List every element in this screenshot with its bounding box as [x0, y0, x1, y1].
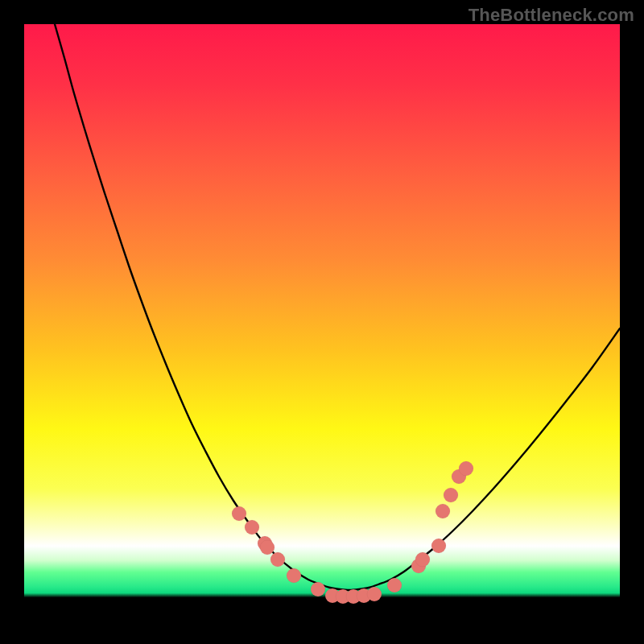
curve-marker [459, 461, 473, 476]
plot-area [24, 24, 620, 620]
curve-marker [367, 587, 382, 601]
curve-marker [311, 582, 325, 597]
watermark-text: TheBottleneck.com [469, 5, 634, 26]
curve-layer [24, 24, 620, 620]
curve-marker [270, 552, 285, 567]
curve-marker [436, 504, 450, 518]
curve-marker [287, 568, 301, 583]
curve-marker [444, 488, 458, 502]
curve-marker [260, 540, 275, 555]
curve-marker [232, 506, 246, 521]
curve-marker [431, 539, 446, 553]
bottleneck-curve [55, 24, 620, 590]
curve-marker [415, 552, 430, 567]
curve-marker [245, 520, 259, 535]
curve-marker [387, 578, 402, 592]
outer-frame: TheBottleneck.com [0, 0, 644, 644]
marker-group [232, 461, 473, 604]
